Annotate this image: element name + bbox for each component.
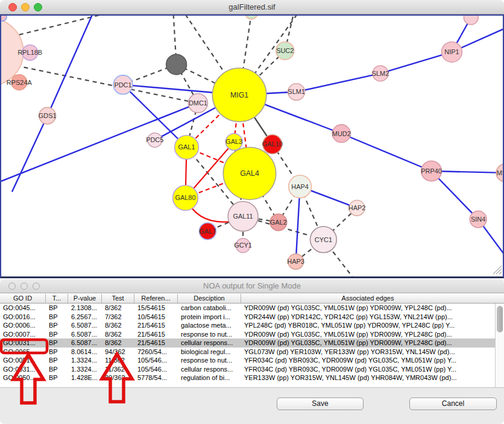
- cell-edges: YPL248C (pd) YBR018C, YML051W (pp) YDR00…: [241, 321, 494, 330]
- column-header-6[interactable]: Associated edges: [241, 294, 494, 303]
- noa-window-titlebar[interactable]: NOA output for Single Mode: [0, 279, 504, 293]
- cell-test: 11/362: [102, 365, 134, 374]
- cell-test: 80/362: [102, 373, 134, 382]
- vertical-scrollbar[interactable]: [495, 304, 504, 387]
- cell-type: BP: [46, 348, 68, 357]
- table-row[interactable]: GO:0031...BP6.5087...8/36221/54615cellul…: [0, 338, 495, 348]
- table-row[interactable]: GO:0045...BP2.1308...8/36215/54615carbon…: [0, 304, 495, 313]
- resize-grip[interactable]: [499, 272, 502, 274]
- cell-description: regulation of bi...: [178, 373, 241, 382]
- table-row[interactable]: GO:0065...BP8.0614...94/3627260/54...bio…: [0, 348, 495, 357]
- table-row[interactable]: GO:0051...BP1.3324...11/362105/546...res…: [0, 356, 495, 365]
- cell-p_value: 1.3324...: [68, 356, 102, 365]
- cell-type: BP: [46, 373, 68, 382]
- network-edge: [341, 134, 431, 171]
- table-header[interactable]: GO IDT...P-valueTestReferen...Desciption…: [0, 294, 504, 304]
- cell-p_value: 1.3324...: [68, 365, 102, 374]
- cell-description: response to nut...: [178, 330, 241, 339]
- table-row[interactable]: GO:0007...BP6.5087...8/36221/54615respon…: [0, 330, 495, 339]
- node-label-gal10: GAL10: [262, 140, 283, 148]
- cell-edges: YDR009W (pd) YGL035C, YML051W (pp) YDR00…: [241, 338, 494, 348]
- cell-p_value: 6.5087...: [68, 330, 102, 339]
- node-label-pdc1: PDC1: [114, 81, 131, 89]
- cell-reference: 10/54615: [134, 313, 178, 322]
- cell-p_value: 1.428E...: [68, 373, 102, 382]
- network-node-corner[interactable]: [1, 16, 7, 21]
- cell-description: response to nut...: [178, 356, 241, 365]
- table-body: GO:0045...BP2.1308...8/36215/54615carbon…: [0, 304, 495, 387]
- network-node-gray-node[interactable]: [166, 54, 187, 75]
- node-label-hap2: HAP2: [348, 204, 366, 211]
- cell-go_id: GO:0050...: [0, 373, 46, 382]
- table-row[interactable]: GO:0006...BP6.5087...8/36221/54615galact…: [0, 321, 495, 330]
- cell-edges: YFR034C (pd) YBR093C, YDR009W (pd) YGL03…: [241, 356, 494, 365]
- column-header-2[interactable]: P-value: [68, 294, 102, 303]
- cell-type: BP: [46, 338, 68, 348]
- node-label-slm2: SLM2: [372, 70, 389, 77]
- noa-window-title: NOA output for Single Mode: [0, 281, 504, 290]
- scrollbar-thumb[interactable]: [497, 306, 503, 332]
- column-header-3[interactable]: Test: [102, 294, 134, 303]
- cell-go_id: GO:0065...: [0, 348, 46, 357]
- node-label-suc2: SUC2: [276, 47, 294, 54]
- column-header-5[interactable]: Desciption: [178, 294, 241, 303]
- node-label-cyc1: CYC1: [315, 236, 332, 243]
- resize-grip[interactable]: [496, 269, 502, 274]
- cell-go_id: GO:0045...: [0, 304, 46, 313]
- cell-type: BP: [46, 356, 68, 365]
- cell-type: BP: [46, 365, 68, 374]
- node-label-msl1: MSL1: [497, 169, 503, 176]
- column-header-4[interactable]: Referen...: [134, 294, 178, 303]
- node-label-nip1: NIP1: [444, 48, 459, 55]
- cell-edges: YFR034C (pd) YBR093C, YDR009W (pd) YGL03…: [241, 365, 494, 374]
- node-label-gal7: GAL7: [199, 228, 216, 235]
- cell-p_value: 6.5087...: [68, 338, 102, 348]
- table-row[interactable]: GO:0050...BP1.428E...80/3625778/54...reg…: [0, 373, 495, 382]
- network-node-green-top[interactable]: [245, 16, 257, 19]
- cell-reference: 5778/54...: [134, 373, 178, 382]
- cell-p_value: 2.1308...: [68, 304, 102, 313]
- network-edge: [432, 171, 503, 173]
- cell-test: 8/362: [102, 304, 134, 313]
- cell-type: BP: [46, 321, 68, 330]
- cell-go_id: GO:0007...: [0, 330, 46, 339]
- network-node-top-cut[interactable]: [464, 16, 478, 25]
- network-edge: [1, 103, 198, 181]
- cell-go_id: GO:0016...: [0, 313, 46, 322]
- network-edge: [48, 16, 93, 116]
- node-label-gds1: GDS1: [39, 112, 57, 119]
- cell-description: galactose meta...: [178, 321, 241, 330]
- network-edge: [297, 73, 380, 92]
- cancel-button[interactable]: Cancel: [409, 398, 497, 410]
- node-label-gal1: GAL1: [178, 143, 195, 151]
- network-window: galFiltered.sif RPL18BRPS24AGDS1PDC1MIG1…: [0, 0, 504, 278]
- cell-reference: 105/546...: [134, 356, 178, 365]
- cell-reference: 105/546...: [134, 365, 178, 374]
- cell-type: BP: [46, 304, 68, 313]
- cell-description: carbon cataboli...: [178, 304, 241, 313]
- node-label-prp40: PRP40: [421, 167, 442, 175]
- network-canvas[interactable]: RPL18BRPS24AGDS1PDC1MIG1SUC2SLM1DMC1SLM2…: [0, 14, 504, 278]
- cell-go_id: GO:0006...: [0, 321, 46, 330]
- network-window-titlebar[interactable]: galFiltered.sif: [0, 0, 504, 14]
- table-row[interactable]: GO:0031...BP1.3324...11/362105/546...cel…: [0, 365, 495, 374]
- column-header-1[interactable]: T...: [46, 294, 68, 303]
- cell-edges: YGL073W (pd) YER103W, YER133W (pp) YOR31…: [241, 348, 494, 357]
- cell-edges: YER133W (pp) YOR315W, YNL145W (pd) YHR08…: [241, 373, 494, 382]
- cell-edges: YDR244W (pp) YDR142C, YDR142C (pp) YGL15…: [241, 313, 494, 322]
- node-label-mig1: MIG1: [230, 91, 248, 99]
- cell-edges: YDR009W (pd) YGL035C, YML051W (pp) YDR00…: [241, 330, 494, 339]
- node-label-gal2: GAL2: [270, 219, 287, 226]
- save-button[interactable]: Save: [277, 398, 364, 410]
- cell-test: 8/362: [102, 321, 134, 330]
- node-label-gcy1: GCY1: [234, 242, 252, 249]
- cell-go_id: GO:0031...: [0, 365, 46, 374]
- cell-reference: 21/54615: [134, 338, 178, 348]
- table-row[interactable]: GO:0016...BP6.2567...7/36210/54615protei…: [0, 313, 495, 322]
- column-header-0[interactable]: GO ID: [0, 294, 46, 303]
- cell-reference: 7260/54...: [134, 348, 178, 357]
- button-bar: Save Cancel: [0, 387, 504, 424]
- network-edge: [380, 52, 452, 73]
- cell-description: protein import i...: [178, 313, 241, 322]
- cell-reference: 21/54615: [134, 321, 178, 330]
